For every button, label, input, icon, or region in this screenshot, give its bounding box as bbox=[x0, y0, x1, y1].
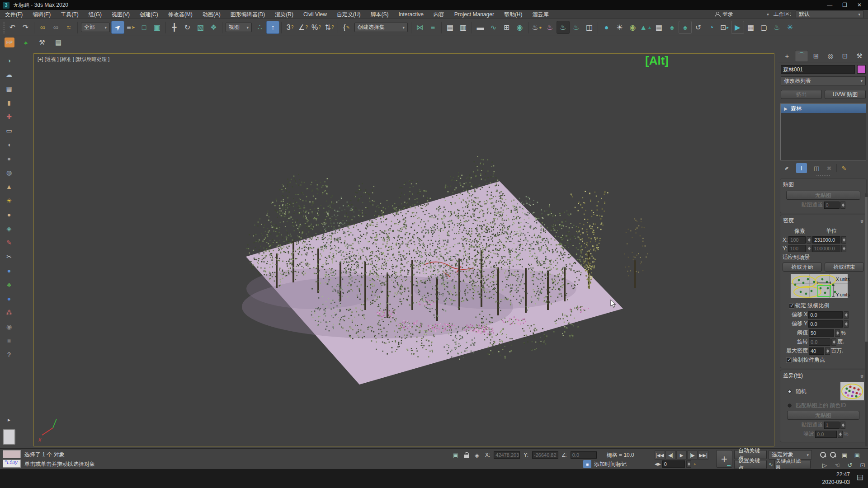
civil-camera-icon[interactable]: ◉ bbox=[626, 21, 639, 34]
frame-spinner[interactable] bbox=[686, 460, 691, 468]
plant-tool-icon[interactable]: ♣ bbox=[3, 278, 15, 291]
ball-tool-icon[interactable]: ● bbox=[3, 292, 15, 305]
swirl-tool-icon[interactable]: ↺ bbox=[692, 21, 705, 34]
play-render-icon[interactable]: ▶ bbox=[731, 21, 744, 34]
y-pixels-spinner[interactable] bbox=[807, 245, 811, 252]
snap-spinner-icon[interactable]: ⇅? bbox=[323, 21, 336, 34]
playback-button[interactable]: |◀◀ bbox=[655, 450, 665, 460]
random-radio[interactable] bbox=[787, 389, 792, 394]
select-move-icon[interactable]: ╋ bbox=[168, 21, 181, 34]
menu-溜云库[interactable]: 溜云库 bbox=[528, 10, 554, 19]
link-icon[interactable]: ∞ bbox=[36, 21, 49, 34]
transform-gizmo-icon[interactable]: ◈ bbox=[472, 450, 481, 460]
pen-tool-icon[interactable]: ✎ bbox=[3, 236, 15, 249]
select-place-icon[interactable]: ❖ bbox=[207, 21, 220, 34]
sphere-gray-icon[interactable]: ● bbox=[3, 152, 15, 164]
gear-tool-icon[interactable]: ✳ bbox=[783, 21, 797, 34]
sphere-tan-icon[interactable]: ● bbox=[3, 208, 15, 221]
x-coord-field[interactable]: 42478.203 bbox=[494, 451, 520, 459]
zoom-extents-all-icon[interactable]: ▣ bbox=[853, 450, 862, 460]
extrude-button[interactable]: 挤出 bbox=[781, 90, 822, 99]
variation-rollout-header[interactable]: 差异(性) » bbox=[783, 371, 864, 381]
tab-display[interactable]: ⊡ bbox=[838, 50, 852, 62]
frame-number-field[interactable]: 0 bbox=[662, 460, 685, 468]
modifier-stack[interactable]: ▶ 森林 bbox=[780, 103, 866, 160]
isolate-selection-icon[interactable]: ▣ bbox=[451, 450, 460, 460]
uvw-map-button[interactable]: UVW 贴图 bbox=[825, 90, 866, 99]
object-color-swatch[interactable] bbox=[857, 65, 866, 74]
zoom-icon[interactable] bbox=[820, 452, 826, 458]
notes-icon[interactable]: ▤ bbox=[857, 473, 863, 481]
x-units-spinner[interactable] bbox=[841, 236, 846, 244]
draw-corners-checkbox[interactable] bbox=[786, 357, 792, 363]
sphere-blue-icon[interactable]: ● bbox=[3, 264, 15, 277]
playback-button[interactable]: ▶ bbox=[676, 450, 687, 460]
select-manipulate-icon[interactable]: ↑ bbox=[266, 21, 279, 34]
minimize-button[interactable]: — bbox=[827, 2, 832, 8]
list-tool-icon[interactable]: ▤ bbox=[652, 21, 665, 34]
pick-start-button[interactable]: 拾取开始 bbox=[783, 263, 822, 272]
ribbon-icon[interactable]: ▬ bbox=[474, 21, 487, 34]
stack-item-forest[interactable]: ▶ 森林 bbox=[781, 104, 866, 113]
no-map-button[interactable]: 无贴图 bbox=[786, 191, 860, 200]
rail-sample-swatch[interactable] bbox=[3, 429, 15, 445]
forest-mountains-icon[interactable]: ▲▲ bbox=[639, 21, 652, 34]
cylinder-tool-icon[interactable]: ▮ bbox=[3, 96, 15, 108]
undo-icon[interactable]: ↶ bbox=[6, 21, 19, 34]
offset-x-spinner[interactable] bbox=[844, 311, 849, 319]
max-density-spinner[interactable] bbox=[825, 347, 830, 355]
playback-button[interactable]: ▶▶| bbox=[698, 450, 708, 460]
variation-channel-field[interactable]: 1 bbox=[824, 422, 840, 429]
time-tag-icon[interactable]: ■ bbox=[583, 460, 591, 468]
y-coord-field[interactable]: -26640.82 bbox=[532, 451, 558, 459]
rendered-frame-icon[interactable]: ♨ bbox=[543, 21, 557, 34]
workspace-dropdown[interactable]: 默认 ▾ bbox=[796, 10, 863, 18]
menu-自定义(U)[interactable]: 自定义(U) bbox=[332, 10, 366, 19]
density-rollout-header[interactable]: 密度 » bbox=[783, 216, 864, 226]
tab-motion[interactable]: ◎ bbox=[824, 50, 837, 62]
medical-tool-icon[interactable]: ✚ bbox=[3, 110, 15, 122]
pivot-center-icon[interactable]: ∴ bbox=[253, 21, 266, 34]
menu-渲染(R)[interactable]: 渲染(R) bbox=[270, 10, 298, 19]
threshold-field[interactable]: 50 bbox=[809, 329, 834, 337]
set-key-button[interactable]: 设置关键点 bbox=[734, 460, 767, 469]
teapot-tool-icon[interactable]: ♨ bbox=[770, 21, 783, 34]
menu-动画(A)[interactable]: 动画(A) bbox=[198, 10, 226, 19]
playback-button[interactable]: ◀| bbox=[665, 450, 676, 460]
sphere-plugin-icon[interactable]: ● bbox=[600, 21, 613, 34]
render-production-icon[interactable]: ♨ bbox=[557, 21, 570, 34]
maximize-button[interactable]: ❐ bbox=[842, 2, 847, 8]
variation-channel-spinner[interactable] bbox=[840, 422, 845, 429]
object-name-field[interactable]: 森林001 bbox=[781, 65, 855, 74]
cloud-tool-icon[interactable]: ☁ bbox=[3, 68, 15, 80]
max-density-field[interactable]: 40 bbox=[809, 347, 824, 355]
menu-脚本(S)[interactable]: 脚本(S) bbox=[365, 10, 393, 19]
curve-editor-icon[interactable]: ∿ bbox=[487, 21, 500, 34]
snap-percent-icon[interactable]: %? bbox=[310, 21, 323, 34]
rollout-grip[interactable] bbox=[778, 174, 868, 177]
bind-spacewarp-icon[interactable]: ≈ bbox=[62, 21, 75, 34]
selection-lock-icon[interactable] bbox=[464, 455, 469, 458]
threshold-spinner[interactable] bbox=[835, 329, 840, 337]
match-colorid-radio[interactable] bbox=[787, 403, 792, 408]
rail-expand-arrow[interactable]: ▸ bbox=[8, 417, 10, 423]
pan-hand-icon[interactable]: ☜ bbox=[833, 460, 842, 469]
tab-modify[interactable]: ⌒ bbox=[795, 50, 808, 62]
menu-视图(V)[interactable]: 视图(V) bbox=[107, 10, 135, 19]
schematic-view-icon[interactable]: ⊞ bbox=[500, 21, 513, 34]
rotate-spinner[interactable] bbox=[831, 338, 836, 346]
zoom-all-icon[interactable] bbox=[830, 452, 836, 458]
tree-tool-icon[interactable]: ♠ bbox=[665, 21, 679, 34]
region-render-icon[interactable]: ⊡▸ bbox=[718, 21, 731, 34]
tab-create[interactable]: + bbox=[780, 50, 794, 62]
menu-Civil View[interactable]: Civil View bbox=[298, 10, 332, 19]
cube-tool-icon[interactable]: ■ bbox=[3, 334, 15, 347]
sun-tool-icon[interactable]: ☀ bbox=[3, 194, 15, 206]
window-tool-icon[interactable]: ▢ bbox=[757, 21, 770, 34]
cut-tool-icon[interactable]: ✂ bbox=[3, 250, 15, 263]
offset-x-field[interactable]: 0.0 bbox=[808, 311, 843, 319]
pin-stack-icon[interactable]: ✒ bbox=[781, 163, 792, 173]
tree-box-icon[interactable]: ♠ bbox=[679, 21, 692, 34]
noise-field[interactable]: 0.0 bbox=[815, 431, 837, 438]
time-config-icon[interactable]: ◔ bbox=[693, 461, 696, 468]
